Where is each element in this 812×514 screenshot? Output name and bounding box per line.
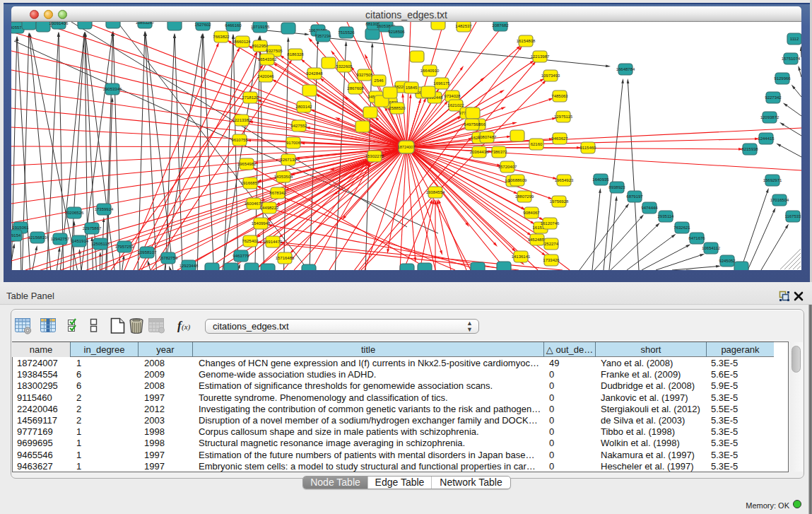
svg-text:8938923: 8938923 (608, 185, 625, 189)
svg-text:14353504: 14353504 (274, 175, 293, 179)
svg-text:9327505: 9327505 (356, 73, 373, 77)
svg-text:8912954: 8912954 (252, 44, 269, 48)
svg-text:17016504: 17016504 (770, 198, 789, 202)
svg-text:9218506: 9218506 (388, 30, 405, 34)
svg-text:15845: 15845 (406, 86, 418, 90)
svg-text:62160: 62160 (531, 142, 543, 146)
svg-text:252274: 252274 (544, 242, 559, 246)
svg-text:9227342: 9227342 (765, 95, 782, 100)
svg-text:11451914: 11451914 (70, 239, 89, 243)
svg-text:9129966: 9129966 (774, 76, 791, 81)
svg-text:19384554: 19384554 (426, 190, 445, 194)
svg-text:7663822: 7663822 (213, 35, 230, 39)
svg-text:9610755: 9610755 (231, 138, 248, 142)
svg-text:10807487: 10807487 (478, 135, 497, 139)
svg-text:1621022: 1621022 (447, 103, 464, 107)
svg-text:9327505: 9327505 (266, 49, 283, 53)
svg-text:8660124: 8660124 (234, 40, 251, 44)
svg-text:1915061: 1915061 (12, 226, 29, 230)
svg-text:9463779: 9463779 (233, 254, 249, 258)
svg-text:20091406: 20091406 (49, 22, 69, 25)
svg-text:7625402: 7625402 (242, 239, 259, 243)
svg-text:10719155: 10719155 (251, 25, 270, 29)
svg-text:19756928: 19756928 (550, 199, 569, 204)
svg-text:10688609: 10688609 (508, 178, 527, 182)
svg-text:7515526: 7515526 (338, 30, 355, 35)
svg-text:1482537: 1482537 (455, 24, 472, 28)
svg-text:9734028: 9734028 (444, 94, 461, 98)
svg-text:2588520: 2588520 (389, 106, 406, 110)
svg-text:8215938: 8215938 (741, 147, 758, 151)
svg-text:12156819: 12156819 (28, 235, 47, 240)
svg-text:3267130: 3267130 (280, 158, 297, 162)
svg-text:12505115: 12505115 (91, 242, 110, 246)
svg-text:12975115: 12975115 (554, 115, 573, 119)
svg-text:8678342: 8678342 (269, 191, 286, 195)
svg-text:1696175: 1696175 (433, 81, 450, 86)
svg-text:2935114: 2935114 (658, 214, 675, 218)
svg-text:22975867: 22975867 (83, 226, 102, 230)
svg-text:12213382: 12213382 (233, 118, 252, 122)
svg-text:16914479: 16914479 (264, 240, 283, 244)
svg-text:18807299: 18807299 (515, 194, 534, 199)
svg-text:16120746: 16120746 (541, 221, 560, 226)
svg-text:1167533: 1167533 (785, 214, 801, 218)
svg-text:8186328: 8186328 (287, 52, 304, 57)
svg-text:17957253: 17957253 (115, 245, 134, 249)
svg-text:10973493: 10973493 (541, 74, 560, 78)
svg-text:16648784: 16648784 (616, 67, 635, 71)
svg-text:20206526: 20206526 (65, 211, 84, 215)
svg-text:5322605: 5322605 (336, 64, 353, 69)
svg-text:(x): (x) (182, 322, 191, 332)
svg-text:16154808: 16154808 (517, 39, 536, 43)
svg-text:2803142: 2803142 (295, 105, 312, 109)
svg-text:16543362: 16543362 (258, 57, 277, 62)
svg-text:7386372: 7386372 (490, 150, 507, 154)
svg-text:1527602: 1527602 (194, 23, 211, 27)
svg-text:19166857: 19166857 (241, 181, 260, 185)
svg-text:16640910: 16640910 (420, 69, 440, 73)
svg-text:14136141: 14136141 (512, 255, 531, 259)
svg-text:9084067: 9084067 (523, 211, 540, 215)
svg-text:7632621: 7632621 (673, 226, 690, 230)
svg-text:6497568: 6497568 (464, 122, 481, 127)
svg-text:9463627: 9463627 (551, 136, 568, 141)
svg-text:9242848: 9242848 (306, 71, 323, 76)
svg-text:6466160: 6466160 (225, 23, 242, 28)
svg-text:15409948: 15409948 (252, 221, 271, 226)
svg-text:10654112: 10654112 (702, 246, 721, 250)
svg-text:20364436: 20364436 (470, 150, 489, 154)
svg-text:2087682: 2087682 (492, 23, 509, 28)
svg-text:17359924: 17359924 (95, 207, 114, 211)
svg-text:2420046: 2420046 (257, 74, 274, 78)
svg-text:12923448: 12923448 (180, 264, 199, 268)
svg-text:8471676: 8471676 (688, 236, 705, 240)
svg-text:9245052: 9245052 (719, 259, 736, 263)
svg-text:12942757: 12942757 (51, 237, 70, 241)
svg-text:2718120: 2718120 (242, 95, 259, 100)
svg-text:39154: 39154 (11, 233, 21, 238)
svg-text:19654923: 19654923 (555, 178, 574, 182)
svg-text:1112: 1112 (790, 37, 799, 41)
svg-text:18724007: 18724007 (398, 145, 415, 149)
svg-text:7357234: 7357234 (314, 34, 331, 38)
svg-text:15692971: 15692971 (763, 178, 782, 182)
svg-text:19654982: 19654982 (237, 162, 257, 166)
svg-text:7485063: 7485063 (551, 94, 568, 98)
svg-text:10853287: 10853287 (136, 22, 155, 25)
svg-text:6879197: 6879197 (626, 194, 643, 199)
svg-text:15751074: 15751074 (782, 57, 801, 61)
svg-text:12213987: 12213987 (531, 54, 550, 59)
svg-text:10958107: 10958107 (138, 250, 157, 255)
svg-text:15716485: 15716485 (276, 256, 295, 260)
svg-text:1640935: 1640935 (592, 177, 609, 182)
svg-text:2546: 2546 (374, 78, 384, 83)
svg-text:9115460: 9115460 (580, 146, 597, 150)
svg-text:16782759: 16782759 (159, 256, 178, 260)
svg-text:15302275: 15302275 (365, 154, 384, 158)
svg-text:14498222: 14498222 (260, 206, 279, 210)
svg-text:15720407: 15720407 (498, 165, 517, 169)
svg-text:1733426: 1733426 (543, 258, 560, 262)
svg-text:2867608: 2867608 (347, 86, 364, 90)
svg-text:1244415: 1244415 (758, 136, 775, 141)
